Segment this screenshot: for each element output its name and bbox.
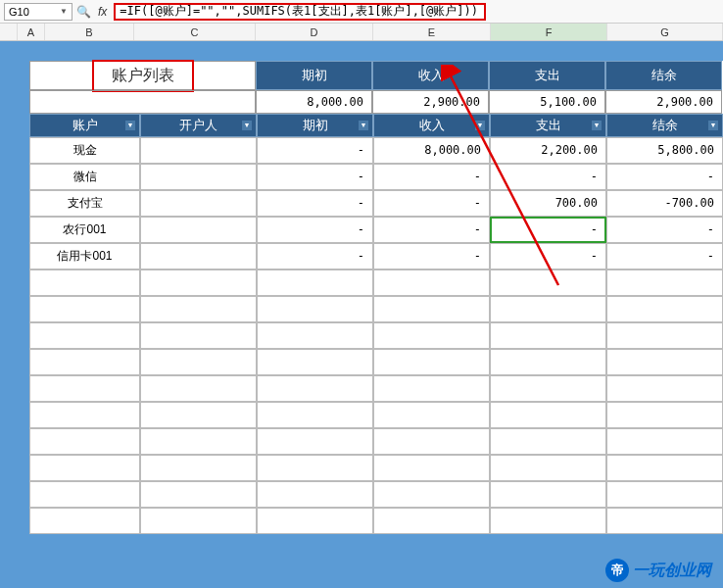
- col-header-E[interactable]: E: [373, 24, 491, 40]
- summary-hdr-2[interactable]: 支出: [489, 61, 605, 90]
- cell[interactable]: [257, 375, 373, 402]
- cell[interactable]: -: [490, 164, 606, 190]
- cell[interactable]: 5,800.00: [606, 137, 723, 164]
- cell[interactable]: [140, 428, 257, 455]
- cell[interactable]: -: [606, 164, 723, 190]
- summary-spacer[interactable]: [29, 90, 256, 114]
- cell[interactable]: [257, 402, 373, 428]
- cell[interactable]: -700.00: [606, 190, 723, 217]
- cell[interactable]: [29, 481, 140, 508]
- cell[interactable]: [606, 481, 723, 508]
- cell[interactable]: -: [490, 243, 606, 270]
- search-icon[interactable]: 🔍: [76, 5, 91, 19]
- cell[interactable]: [373, 481, 490, 508]
- cell[interactable]: -: [606, 217, 723, 243]
- cell[interactable]: [29, 428, 140, 455]
- th-income[interactable]: 收入▼: [373, 114, 490, 137]
- th-owner[interactable]: 开户人▼: [140, 114, 257, 137]
- cell[interactable]: [257, 296, 373, 322]
- summary-val-3[interactable]: 2,900.00: [605, 90, 722, 114]
- cell[interactable]: [29, 270, 140, 296]
- cell[interactable]: [29, 455, 140, 481]
- cell[interactable]: [257, 428, 373, 455]
- cell[interactable]: [373, 296, 490, 322]
- cell[interactable]: [490, 270, 606, 296]
- cell[interactable]: [140, 455, 257, 481]
- col-header-D[interactable]: D: [256, 24, 373, 40]
- cell[interactable]: 700.00: [490, 190, 606, 217]
- cell[interactable]: [257, 508, 373, 534]
- cell[interactable]: [606, 428, 723, 455]
- summary-val-1[interactable]: 2,900.00: [372, 90, 489, 114]
- formula-input[interactable]: =IF([@账户]="","",SUMIFS(表1[支出],表1[账户],[@账…: [114, 3, 486, 21]
- cell[interactable]: -: [373, 217, 490, 243]
- fx-label[interactable]: fx: [95, 5, 110, 19]
- summary-val-2[interactable]: 5,100.00: [489, 90, 605, 114]
- cell[interactable]: [490, 296, 606, 322]
- cell[interactable]: [606, 455, 723, 481]
- cell[interactable]: [606, 402, 723, 428]
- filter-icon[interactable]: ▼: [358, 120, 369, 131]
- cell[interactable]: [140, 137, 257, 164]
- cell[interactable]: [373, 455, 490, 481]
- cell[interactable]: [606, 322, 723, 349]
- cell[interactable]: [257, 270, 373, 296]
- summary-hdr-0[interactable]: 期初: [256, 61, 372, 90]
- cell[interactable]: 支付宝: [29, 190, 140, 217]
- cell[interactable]: [140, 481, 257, 508]
- cell[interactable]: 微信: [29, 164, 140, 190]
- cell[interactable]: [606, 270, 723, 296]
- cell[interactable]: [373, 349, 490, 375]
- cell[interactable]: [257, 481, 373, 508]
- cell[interactable]: [29, 375, 140, 402]
- cell[interactable]: [490, 455, 606, 481]
- th-opening[interactable]: 期初▼: [257, 114, 373, 137]
- cell[interactable]: [490, 322, 606, 349]
- cell[interactable]: [29, 349, 140, 375]
- cell[interactable]: [140, 243, 257, 270]
- cell[interactable]: [490, 402, 606, 428]
- filter-icon[interactable]: ▼: [241, 120, 253, 131]
- cell[interactable]: -: [373, 164, 490, 190]
- cell[interactable]: [140, 270, 257, 296]
- name-box[interactable]: G10 ▼: [4, 3, 72, 21]
- col-header-C[interactable]: C: [134, 24, 256, 40]
- cell[interactable]: [490, 481, 606, 508]
- chevron-down-icon[interactable]: ▼: [60, 7, 68, 16]
- filter-icon[interactable]: ▼: [474, 120, 486, 131]
- cell[interactable]: [140, 217, 257, 243]
- cell[interactable]: [140, 322, 257, 349]
- cell[interactable]: [140, 296, 257, 322]
- cell[interactable]: [29, 402, 140, 428]
- col-header-G[interactable]: G: [607, 24, 723, 40]
- cell[interactable]: [257, 455, 373, 481]
- filter-icon[interactable]: ▼: [591, 120, 602, 131]
- filter-icon[interactable]: ▼: [124, 120, 136, 131]
- cell[interactable]: -: [373, 243, 490, 270]
- cell[interactable]: 信用卡001: [29, 243, 140, 270]
- cell[interactable]: -: [257, 190, 373, 217]
- cell[interactable]: -: [490, 217, 606, 243]
- cell[interactable]: [140, 349, 257, 375]
- cell[interactable]: [373, 428, 490, 455]
- cell[interactable]: 2,200.00: [490, 137, 606, 164]
- cell[interactable]: [29, 296, 140, 322]
- cell[interactable]: [606, 296, 723, 322]
- cell[interactable]: 现金: [29, 137, 140, 164]
- cell[interactable]: [373, 322, 490, 349]
- cell[interactable]: [490, 508, 606, 534]
- cell[interactable]: [373, 402, 490, 428]
- cell[interactable]: [140, 164, 257, 190]
- cell[interactable]: -: [257, 164, 373, 190]
- cell[interactable]: [606, 375, 723, 402]
- summary-val-0[interactable]: 8,000.00: [256, 90, 372, 114]
- cell[interactable]: [140, 375, 257, 402]
- cell[interactable]: [606, 349, 723, 375]
- cell[interactable]: [140, 190, 257, 217]
- cell[interactable]: [373, 375, 490, 402]
- cell[interactable]: [490, 349, 606, 375]
- cell[interactable]: -: [373, 190, 490, 217]
- th-account[interactable]: 账户▼: [29, 114, 140, 137]
- cell[interactable]: [373, 270, 490, 296]
- cell[interactable]: -: [606, 243, 723, 270]
